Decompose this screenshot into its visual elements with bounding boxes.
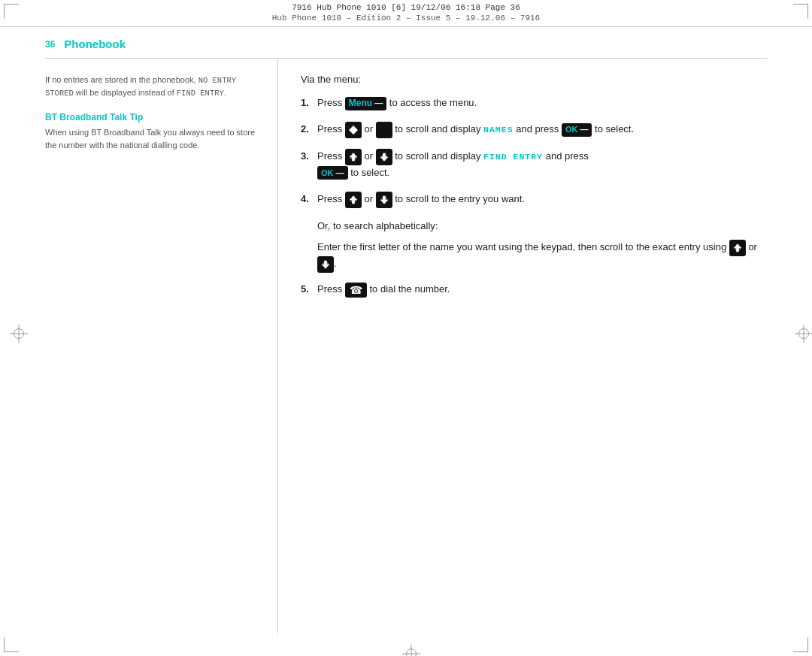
find-entry-display: FIND ENTRY: [483, 152, 543, 162]
tip-heading: BT Broadband Talk Tip: [45, 112, 262, 122]
header-bottom-line: Hub Phone 1010 – Edition 2 – Issue 5 – 1…: [272, 14, 540, 23]
menu-button: Menu —: [345, 97, 386, 110]
page-number: 36: [45, 39, 55, 50]
nav-down-button-4: [376, 192, 392, 208]
svg-rect-2: [352, 128, 355, 132]
reg-circle-right: [798, 328, 809, 339]
nav-alpha-right: [317, 256, 334, 273]
step-4-content: Press or: [317, 192, 767, 208]
find-entry-text: FIND ENTRY: [177, 89, 224, 98]
nav-left-button-2: [345, 122, 362, 138]
step-2-content: Press or: [317, 122, 767, 138]
alpha-search-body: Enter the first letter of the name you w…: [317, 240, 767, 273]
step-5: 5. Press ☎ to dial the number.: [301, 282, 767, 298]
or-text-4: or: [364, 193, 375, 204]
right-column: Via the menu: 1. Press Menu — to access …: [278, 59, 767, 633]
step-5-num: 5.: [301, 282, 317, 298]
steps-list: 1. Press Menu — to access the menu. 2. P…: [301, 95, 767, 208]
or-text-3: or: [364, 150, 375, 162]
nav-up-button-3: [345, 149, 362, 165]
reg-circle-left: [14, 328, 24, 339]
step-2-num: 2.: [301, 122, 317, 138]
alpha-search-label: Or, to search alphabetically:: [317, 219, 767, 234]
nav-down-button-3: [376, 149, 392, 165]
tip-body: When using BT Broadband Talk you always …: [45, 126, 262, 152]
left-column: If no entries are stored in the phoneboo…: [45, 59, 278, 633]
call-button: ☎: [345, 283, 367, 298]
step-4: 4. Press or: [301, 192, 767, 208]
step-4-num: 4.: [301, 192, 317, 207]
ok-button-3: OK —: [317, 166, 348, 180]
left-note: If no entries are stored in the phoneboo…: [45, 74, 262, 100]
header-top-line: 7916 Hub Phone 1010 [6] 19/12/06 16:18 P…: [292, 3, 520, 12]
step-3-num: 3.: [301, 149, 317, 165]
corner-mark-bl: [4, 637, 19, 652]
ok-button-2: OK —: [562, 123, 592, 137]
menu-label: Menu: [349, 96, 372, 110]
two-col-layout: If no entries are stored in the phoneboo…: [45, 59, 767, 633]
corner-mark-br: [793, 637, 808, 652]
nav-right-button-2: [376, 122, 392, 138]
page-content: 36 Phonebook If no entries are stored in…: [45, 27, 767, 633]
step-3: 3. Press or: [301, 149, 767, 181]
page-heading: Phonebook: [64, 38, 126, 50]
or-text-2: or: [364, 123, 375, 135]
or-text-alpha: or: [748, 242, 757, 253]
step-3-content: Press or: [317, 149, 767, 181]
step-1: 1. Press Menu — to access the menu.: [301, 95, 767, 111]
step-2: 2. Press or: [301, 122, 767, 138]
step-5-content: Press ☎ to dial the number.: [317, 282, 767, 298]
step-1-num: 1.: [301, 95, 317, 111]
nav-alpha-left: [729, 240, 746, 256]
reg-circle-bottom: [406, 648, 417, 656]
header-bar: 7916 Hub Phone 1010 [6] 19/12/06 16:18 P…: [0, 0, 812, 27]
step-1-content: Press Menu — to access the menu.: [317, 95, 767, 111]
nav-up-button-4: [345, 192, 362, 208]
page-title-row: 36 Phonebook: [45, 27, 767, 58]
names-display: NAMES: [483, 125, 514, 135]
alpha-search-block: Or, to search alphabetically: Enter the …: [301, 219, 767, 274]
via-menu-label: Via the menu:: [301, 74, 767, 85]
